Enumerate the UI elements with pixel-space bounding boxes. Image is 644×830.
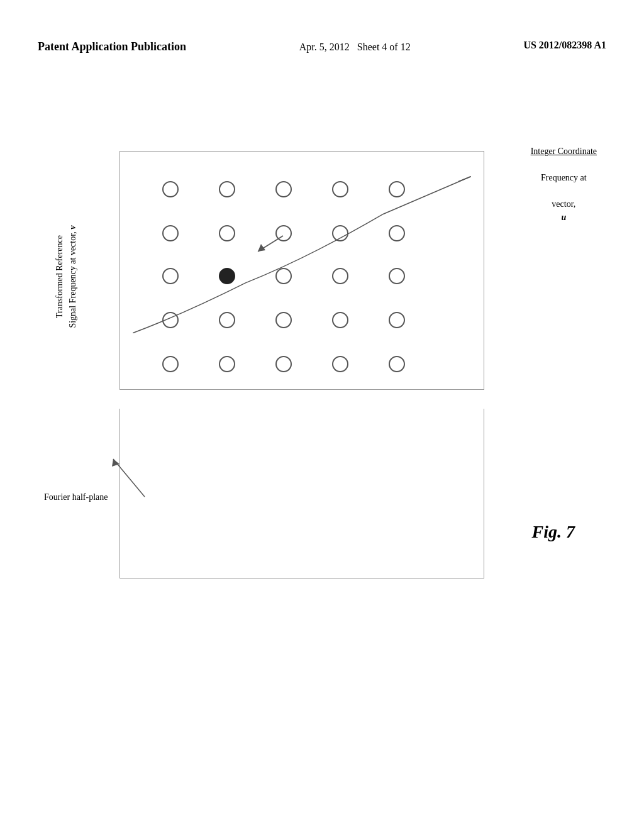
svg-line-3 bbox=[113, 459, 145, 497]
dot-r5c4 bbox=[332, 356, 348, 372]
patent-number: US 2012/082398 A1 bbox=[523, 40, 606, 51]
sheet-info: Apr. 5, 2012 Sheet 4 of 12 bbox=[299, 40, 411, 55]
upper-chart bbox=[119, 151, 484, 390]
dot-r4c4 bbox=[332, 312, 348, 328]
fourier-label: Fourier half-plane bbox=[44, 490, 108, 504]
dot-r5c2 bbox=[219, 356, 235, 372]
lower-chart bbox=[119, 409, 484, 578]
dot-r2c5 bbox=[389, 225, 405, 241]
arrow-annotation-svg bbox=[252, 233, 289, 258]
dot-r2c1 bbox=[162, 225, 179, 241]
dot-r3c2-filled bbox=[219, 268, 235, 284]
dot-r1c3 bbox=[275, 181, 292, 197]
dot-r1c5 bbox=[389, 181, 405, 197]
publication-title: Patent Application Publication bbox=[38, 40, 186, 54]
dot-r4c3 bbox=[275, 312, 292, 328]
dot-r2c2 bbox=[219, 225, 235, 241]
dot-r2c4 bbox=[332, 225, 348, 241]
x-axis-label: Integer Coordinate Frequency at vector, … bbox=[531, 145, 597, 224]
dot-r4c1 bbox=[162, 312, 179, 328]
dot-r5c5 bbox=[389, 356, 405, 372]
figure-container: Transformed Reference Signal Frequency a… bbox=[38, 113, 606, 780]
dot-r1c4 bbox=[332, 181, 348, 197]
figure-label: Fig. 7 bbox=[532, 522, 575, 542]
dot-r3c5 bbox=[389, 268, 405, 284]
dot-r4c5 bbox=[389, 312, 405, 328]
y-axis-label: Transformed Reference Signal Frequency a… bbox=[53, 225, 79, 328]
fourier-arrow-svg bbox=[107, 453, 157, 503]
dot-r4c2 bbox=[219, 312, 235, 328]
dot-r3c4 bbox=[332, 268, 348, 284]
page-header: Patent Application Publication Apr. 5, 2… bbox=[0, 40, 644, 55]
svg-line-0 bbox=[458, 177, 471, 182]
dot-r5c1 bbox=[162, 356, 179, 372]
dot-r3c3 bbox=[275, 268, 292, 284]
dot-r1c1 bbox=[162, 181, 179, 197]
dot-r1c2 bbox=[219, 181, 235, 197]
dot-r5c3 bbox=[275, 356, 292, 372]
dot-r3c1 bbox=[162, 268, 179, 284]
